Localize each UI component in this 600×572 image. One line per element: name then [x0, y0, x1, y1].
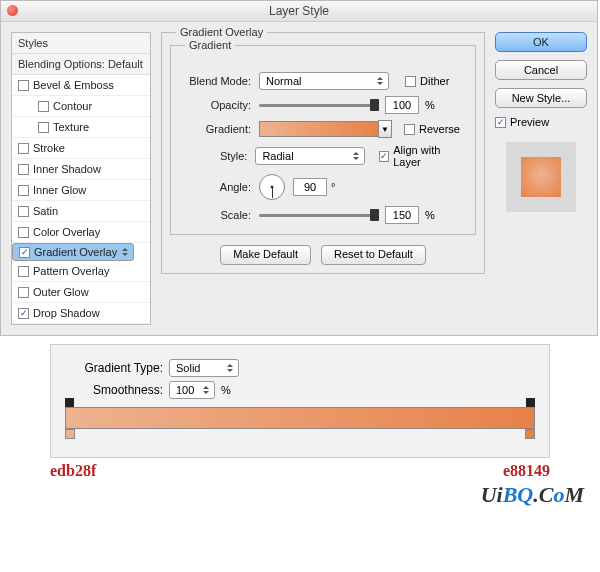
pct-label: %: [221, 384, 231, 396]
sidebar-item-gradient-overlay[interactable]: Gradient Overlay: [12, 243, 134, 261]
pct-label: %: [425, 99, 435, 111]
inner-legend: Gradient: [185, 39, 235, 51]
angle-label: Angle:: [179, 181, 259, 193]
scale-label: Scale:: [179, 209, 259, 221]
checkbox-icon[interactable]: [18, 143, 29, 154]
ok-button[interactable]: OK: [495, 32, 587, 52]
opacity-stop-left[interactable]: [65, 398, 74, 407]
main-panel: Gradient Overlay Gradient Blend Mode: No…: [161, 32, 485, 274]
sidebar-item-satin[interactable]: Satin: [12, 201, 150, 222]
sidebar-heading-styles[interactable]: Styles: [12, 33, 150, 54]
reverse-checkbox[interactable]: [404, 124, 415, 135]
sidebar-item-color-overlay[interactable]: Color Overlay: [12, 222, 150, 243]
gradient-inner: Gradient Blend Mode: Normal Dither Opaci…: [170, 45, 476, 235]
style-select[interactable]: Radial: [255, 147, 365, 165]
sidebar-item-texture[interactable]: Texture: [12, 117, 150, 138]
opacity-input[interactable]: [385, 96, 419, 114]
gradient-strip[interactable]: [65, 407, 535, 429]
gradient-overlay-fieldset: Gradient Overlay Gradient Blend Mode: No…: [161, 32, 485, 274]
align-label: Align with Layer: [393, 144, 467, 168]
right-color-hex: e88149: [503, 462, 550, 480]
checkbox-icon[interactable]: [18, 185, 29, 196]
dither-label: Dither: [420, 75, 449, 87]
checkbox-icon[interactable]: [18, 227, 29, 238]
angle-dial[interactable]: [259, 174, 285, 200]
align-checkbox[interactable]: [379, 151, 390, 162]
watermark: UiBQ.CoM: [0, 480, 600, 516]
checkbox-icon[interactable]: [38, 101, 49, 112]
color-stop-right[interactable]: [525, 429, 535, 439]
fieldset-legend: Gradient Overlay: [176, 26, 267, 38]
smoothness-input[interactable]: 100: [169, 381, 215, 399]
reverse-label: Reverse: [419, 123, 460, 135]
checkbox-icon[interactable]: [18, 206, 29, 217]
checkbox-icon[interactable]: [18, 164, 29, 175]
right-buttons: OK Cancel New Style... Preview: [495, 32, 587, 212]
gradient-label: Gradient:: [179, 123, 259, 135]
gradient-type-label: Gradient Type:: [63, 361, 163, 375]
left-color-hex: edb28f: [50, 462, 96, 480]
gradient-preview[interactable]: [259, 121, 379, 137]
dither-checkbox[interactable]: [405, 76, 416, 87]
sidebar-item-stroke[interactable]: Stroke: [12, 138, 150, 159]
gradient-type-select[interactable]: Solid: [169, 359, 239, 377]
preview-swatch: [506, 142, 576, 212]
gradient-bar[interactable]: [65, 407, 535, 429]
dialog-titlebar: Layer Style: [1, 1, 597, 22]
angle-input[interactable]: [293, 178, 327, 196]
degree-label: °: [331, 181, 335, 193]
checkbox-icon[interactable]: [495, 117, 506, 128]
scale-input[interactable]: [385, 206, 419, 224]
sidebar-item-drop-shadow[interactable]: Drop Shadow: [12, 303, 150, 324]
opacity-stop-right[interactable]: [526, 398, 535, 407]
blendmode-select[interactable]: Normal: [259, 72, 389, 90]
style-label: Style:: [179, 150, 255, 162]
color-stop-left[interactable]: [65, 429, 75, 439]
sidebar-item-outer-glow[interactable]: Outer Glow: [12, 282, 150, 303]
make-default-button[interactable]: Make Default: [220, 245, 311, 265]
sidebar-item-pattern-overlay[interactable]: Pattern Overlay: [12, 261, 150, 282]
checkbox-icon[interactable]: [38, 122, 49, 133]
blendmode-label: Blend Mode:: [179, 75, 259, 87]
new-style-button[interactable]: New Style...: [495, 88, 587, 108]
sidebar-item-inner-shadow[interactable]: Inner Shadow: [12, 159, 150, 180]
checkbox-icon[interactable]: [18, 308, 29, 319]
scale-slider[interactable]: [259, 214, 379, 217]
sidebar-heading-blending[interactable]: Blending Options: Default: [12, 54, 150, 75]
sidebar-item-bevel[interactable]: Bevel & Emboss: [12, 75, 150, 96]
reset-default-button[interactable]: Reset to Default: [321, 245, 426, 265]
styles-sidebar: Styles Blending Options: Default Bevel &…: [11, 32, 151, 325]
checkbox-icon[interactable]: [18, 266, 29, 277]
cancel-button[interactable]: Cancel: [495, 60, 587, 80]
smoothness-label: Smoothness:: [63, 383, 163, 397]
pct-label: %: [425, 209, 435, 221]
layer-style-dialog: Layer Style Styles Blending Options: Def…: [0, 0, 598, 336]
sidebar-item-inner-glow[interactable]: Inner Glow: [12, 180, 150, 201]
dialog-title: Layer Style: [269, 4, 329, 18]
checkbox-icon[interactable]: [18, 287, 29, 298]
checkbox-icon[interactable]: [19, 247, 30, 258]
close-icon[interactable]: [7, 5, 18, 16]
checkbox-icon[interactable]: [18, 80, 29, 91]
color-labels: edb28f e88149: [50, 462, 550, 480]
preview-toggle[interactable]: Preview: [495, 116, 587, 128]
opacity-label: Opacity:: [179, 99, 259, 111]
sidebar-item-contour[interactable]: Contour: [12, 96, 150, 117]
opacity-slider[interactable]: [259, 104, 379, 107]
gradient-dropdown-icon[interactable]: ▼: [378, 120, 392, 138]
gradient-editor: Gradient Type: Solid Smoothness: 100 %: [50, 344, 550, 458]
